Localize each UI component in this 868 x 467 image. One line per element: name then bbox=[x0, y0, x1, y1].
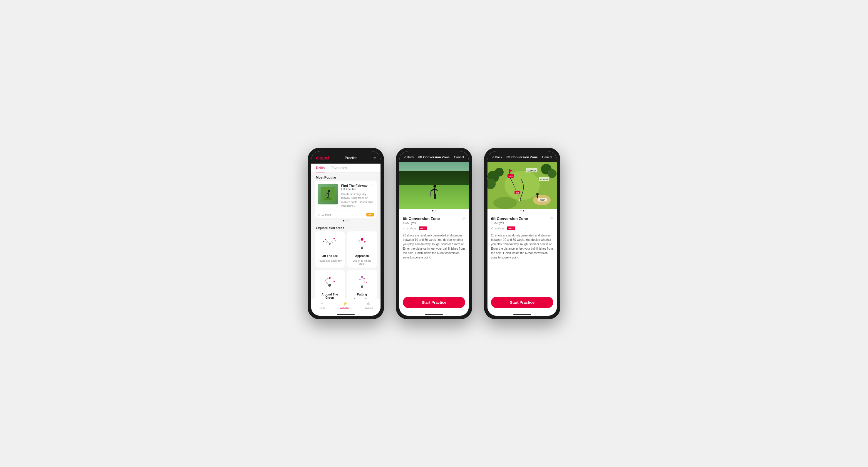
explore-label: Explore skill areas bbox=[311, 223, 380, 231]
drill-range-3: 10-50 yds bbox=[491, 222, 553, 225]
svg-rect-52 bbox=[537, 195, 538, 198]
phone-1: clippd Practice ≡ Drills Favourites Most… bbox=[308, 148, 384, 319]
arg-badge-2: ARG bbox=[419, 227, 427, 230]
svg-line-13 bbox=[324, 241, 330, 244]
nav-activities-label: Activities bbox=[340, 307, 350, 309]
capture-icon: ⊕ bbox=[367, 301, 371, 306]
skill-card-around-green[interactable]: Around The Green Hone your short game bbox=[315, 270, 345, 299]
featured-drill-subtitle: Off The Tee bbox=[341, 188, 368, 191]
favourite-icon[interactable]: ♡ bbox=[371, 184, 374, 188]
svg-line-41 bbox=[430, 191, 431, 197]
carousel-dots bbox=[311, 218, 380, 223]
clock-icon-3: ⏱ bbox=[491, 227, 494, 230]
drill-shots-2: ⏱ 20 shots bbox=[403, 227, 416, 230]
most-popular-label: Most Popular bbox=[311, 173, 380, 181]
skill-card-putting[interactable]: Putting Make and lag practice bbox=[347, 270, 377, 299]
nav-activities[interactable]: ⚡ Activities bbox=[340, 301, 350, 309]
drill-range-2: 10-50 yds bbox=[403, 222, 465, 225]
skill-areas-grid: Off The Tee Power and accuracy bbox=[311, 231, 380, 299]
back-button-3[interactable]: < Back bbox=[492, 155, 502, 159]
putting-icon bbox=[352, 273, 372, 291]
svg-point-23 bbox=[359, 240, 360, 241]
svg-point-17 bbox=[323, 241, 324, 242]
image-dots-2 bbox=[399, 209, 469, 213]
svg-line-10 bbox=[325, 239, 330, 244]
drill-map: Hit Miss FAIRWAY ROUGH SAND bbox=[488, 162, 557, 209]
tab-favourites[interactable]: Favourites bbox=[331, 166, 347, 172]
dot-img-2 bbox=[435, 210, 436, 211]
drill-details-2: 6ft Conversion Zone ♡ 10-50 yds ⏱ 20 sho… bbox=[399, 213, 469, 294]
off-tee-diagram bbox=[319, 235, 340, 253]
off-tee-icon bbox=[319, 235, 340, 253]
svg-text:Miss: Miss bbox=[508, 175, 513, 177]
shots-info: ⏱ 10 shots bbox=[318, 213, 332, 216]
nav-home[interactable]: ⌂ Home bbox=[319, 301, 325, 309]
phone-notch bbox=[334, 151, 358, 153]
svg-text:FAIRWAY: FAIRWAY bbox=[527, 170, 536, 172]
svg-point-19 bbox=[361, 238, 363, 240]
featured-drill-card[interactable]: Find The Fairway Off The Tee ♡ Create an… bbox=[315, 181, 377, 218]
image-dots-3 bbox=[488, 209, 557, 213]
svg-text:SAND: SAND bbox=[539, 199, 545, 201]
svg-point-15 bbox=[334, 238, 335, 239]
start-practice-button-2[interactable]: Start Practice bbox=[403, 297, 465, 308]
phone-3: < Back 6ft Conversion Zone Cancel bbox=[484, 148, 560, 319]
svg-rect-38 bbox=[435, 194, 436, 199]
svg-rect-37 bbox=[434, 194, 435, 199]
svg-text:Hit: Hit bbox=[516, 192, 519, 194]
arg-badge-3: ARG bbox=[507, 227, 515, 230]
drill-header-title-3: 6ft Conversion Zone bbox=[506, 155, 538, 159]
drill-name-2: 6ft Conversion Zone ♡ bbox=[403, 216, 465, 221]
svg-point-49 bbox=[548, 169, 557, 178]
dot-1 bbox=[343, 220, 344, 222]
dot-2 bbox=[345, 220, 347, 222]
drill-footer-2: Start Practice bbox=[399, 294, 469, 312]
golfer-silhouette bbox=[430, 184, 438, 204]
home-indicator-2 bbox=[425, 314, 443, 315]
cancel-button-3[interactable]: Cancel bbox=[542, 155, 552, 159]
golf-map-svg: Hit Miss FAIRWAY ROUGH SAND bbox=[488, 162, 557, 209]
back-button-2[interactable]: < Back bbox=[404, 155, 414, 159]
phone-notch-3 bbox=[510, 151, 534, 153]
putting-diagram bbox=[352, 273, 372, 291]
featured-card-footer: ⏱ 10 shots OTT bbox=[315, 210, 377, 218]
drill-content-2: 6ft Conversion Zone ♡ 10-50 yds ⏱ 20 sho… bbox=[399, 162, 469, 294]
menu-icon[interactable]: ≡ bbox=[373, 156, 376, 160]
phone-notch-2 bbox=[422, 151, 446, 153]
drill-photo bbox=[399, 162, 469, 209]
svg-point-32 bbox=[364, 278, 365, 279]
svg-point-30 bbox=[361, 276, 363, 278]
home-icon: ⌂ bbox=[320, 301, 323, 306]
clock-icon: ⏱ bbox=[318, 213, 320, 216]
content-area: Most Popular bbox=[311, 173, 380, 299]
nav-capture[interactable]: ⊕ Capture bbox=[365, 301, 373, 309]
activities-icon: ⚡ bbox=[342, 301, 347, 306]
svg-point-46 bbox=[495, 168, 504, 176]
skill-desc-approach: Dial-in to hit the green bbox=[350, 259, 374, 265]
dot-map-1 bbox=[520, 210, 522, 211]
cancel-button-2[interactable]: Cancel bbox=[454, 155, 464, 159]
svg-point-51 bbox=[536, 193, 538, 195]
app-header: clippd Practice ≡ bbox=[311, 151, 380, 164]
svg-point-33 bbox=[366, 282, 367, 283]
favourite-icon-2[interactable]: ♡ bbox=[461, 216, 465, 221]
dot-img-1 bbox=[432, 210, 433, 211]
featured-drill-info: Find The Fairway Off The Tee ♡ Create an… bbox=[341, 184, 374, 208]
approach-icon bbox=[352, 235, 372, 253]
dot-map-2 bbox=[523, 210, 524, 211]
skill-card-approach[interactable]: Approach Dial-in to hit the green bbox=[347, 231, 377, 268]
nav-home-label: Home bbox=[319, 307, 325, 309]
drill-details-3: 6ft Conversion Zone ♡ 10-50 yds ⏱ 20 sho… bbox=[488, 213, 557, 294]
skill-card-off-the-tee[interactable]: Off The Tee Power and accuracy bbox=[315, 231, 345, 268]
home-indicator bbox=[337, 314, 355, 315]
drill-footer-3: Start Practice bbox=[488, 294, 557, 312]
drill-meta-3: ⏱ 20 shots ARG bbox=[491, 227, 553, 230]
shots-label: 10 shots bbox=[321, 213, 332, 216]
ott-badge: OTT bbox=[366, 213, 374, 216]
featured-drill-title: Find The Fairway bbox=[341, 184, 368, 188]
start-practice-button-3[interactable]: Start Practice bbox=[491, 297, 553, 308]
tab-drills[interactable]: Drills bbox=[316, 166, 325, 172]
svg-point-35 bbox=[433, 185, 436, 188]
favourite-icon-3[interactable]: ♡ bbox=[550, 216, 553, 221]
svg-point-50 bbox=[493, 197, 517, 209]
